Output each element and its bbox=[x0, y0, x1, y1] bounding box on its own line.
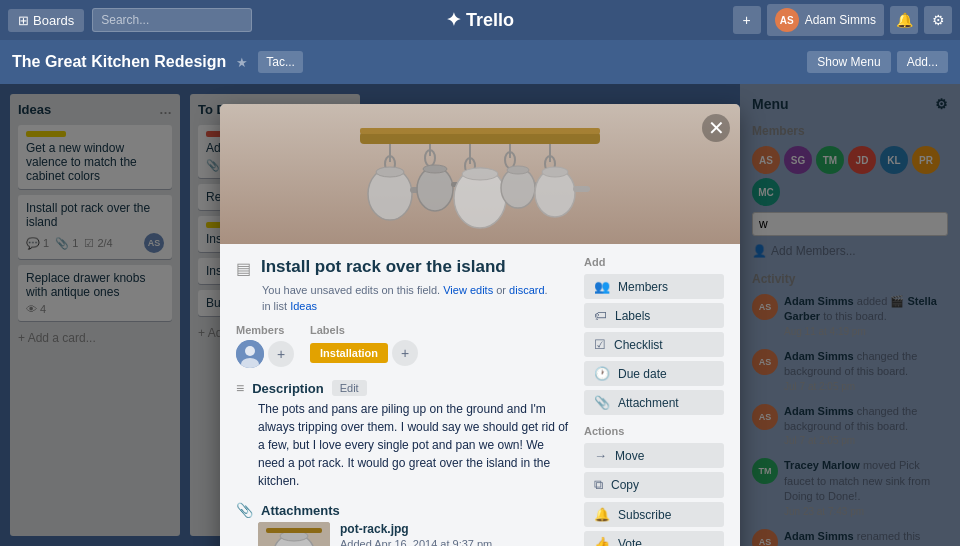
move-label: Move bbox=[615, 449, 644, 463]
actions-section: Actions → Move ⧉ Copy 🔔 Subs bbox=[584, 425, 724, 546]
modal-body: ▤ Install pot rack over the island You h… bbox=[220, 244, 740, 546]
members-field-label: Members bbox=[236, 324, 294, 336]
add-labels-label: Labels bbox=[615, 309, 650, 323]
members-icon: 👥 bbox=[594, 279, 610, 294]
show-menu-button[interactable]: Show Menu bbox=[807, 51, 890, 73]
add-member-button[interactable]: + bbox=[268, 341, 294, 367]
modal-fields-row: Members + bbox=[236, 324, 572, 368]
modal-close-button[interactable]: ✕ bbox=[702, 114, 730, 142]
description-section-row: ≡ Description Edit bbox=[236, 380, 572, 396]
attachments-title: Attachments bbox=[261, 503, 340, 518]
modal-labels-field: Labels Installation + bbox=[310, 324, 418, 368]
add-due-date-btn[interactable]: 🕐 Due date bbox=[584, 361, 724, 386]
svg-rect-26 bbox=[573, 186, 590, 192]
add-members-label: Members bbox=[618, 280, 668, 294]
view-edits-link[interactable]: View edits bbox=[443, 284, 493, 296]
add-label-button[interactable]: + bbox=[392, 340, 418, 366]
add-board-button[interactable]: + bbox=[733, 6, 761, 34]
attachment-thumbnail bbox=[258, 522, 330, 546]
modal-member-avatar-1[interactable] bbox=[236, 340, 264, 368]
modal-sidebar: Add 👥 Members 🏷 Labels ☑ Ch bbox=[584, 256, 724, 546]
description-icon: ≡ bbox=[236, 380, 244, 396]
notifications-button[interactable]: 🔔 bbox=[890, 6, 918, 34]
move-btn[interactable]: → Move bbox=[584, 443, 724, 468]
trello-logo: ✦ Trello bbox=[446, 9, 514, 31]
vote-label: Vote bbox=[618, 537, 642, 547]
modal-columns: ▤ Install pot rack over the island You h… bbox=[236, 256, 724, 546]
attach-modal-icon: 📎 bbox=[594, 395, 610, 410]
attachment-info: pot-rack.jpg Added Apr 16, 2014 at 9:37 … bbox=[340, 522, 531, 546]
subscribe-btn[interactable]: 🔔 Subscribe bbox=[584, 502, 724, 527]
copy-label: Copy bbox=[611, 478, 639, 492]
modal-member-avatars: + bbox=[236, 340, 294, 368]
actions-section-title: Actions bbox=[584, 425, 724, 437]
add-checklist-label: Checklist bbox=[614, 338, 663, 352]
board-title: The Great Kitchen Redesign bbox=[12, 53, 226, 71]
modal-main: ▤ Install pot rack over the island You h… bbox=[236, 256, 572, 546]
add-section: Add 👥 Members 🏷 Labels ☑ Ch bbox=[584, 256, 724, 415]
labels-row: Installation + bbox=[310, 340, 418, 366]
modal-list-ref: in list Ideas bbox=[262, 300, 572, 312]
search-input[interactable] bbox=[92, 8, 252, 32]
user-menu[interactable]: AS Adam Simms bbox=[767, 4, 884, 36]
add-members-btn[interactable]: 👥 Members bbox=[584, 274, 724, 299]
add-button[interactable]: Add... bbox=[897, 51, 948, 73]
subscribe-label: Subscribe bbox=[618, 508, 671, 522]
add-checklist-btn[interactable]: ☑ Checklist bbox=[584, 332, 724, 357]
boards-button[interactable]: ⊞ Boards bbox=[8, 9, 84, 32]
add-section-title: Add bbox=[584, 256, 724, 268]
vote-icon: 👍 bbox=[594, 536, 610, 546]
copy-icon: ⧉ bbox=[594, 477, 603, 493]
svg-point-19 bbox=[462, 168, 498, 180]
avatar: AS bbox=[775, 8, 799, 32]
svg-rect-1 bbox=[360, 128, 600, 134]
team-button[interactable]: Tac... bbox=[258, 51, 303, 73]
card-icon: ▤ bbox=[236, 259, 251, 278]
add-attachment-modal-btn[interactable]: 📎 Attachment bbox=[584, 390, 724, 415]
modal-header-image: ✕ bbox=[220, 104, 740, 244]
attachment-name: pot-rack.jpg bbox=[340, 522, 531, 536]
modal-title: Install pot rack over the island bbox=[261, 256, 506, 278]
installation-label[interactable]: Installation bbox=[310, 343, 388, 363]
svg-point-16 bbox=[423, 165, 447, 173]
checklist-icon: ☑ bbox=[594, 337, 606, 352]
attachment-item: pot-rack.jpg Added Apr 16, 2014 at 9:37 … bbox=[258, 522, 572, 546]
card-modal: ✕ ▤ Install pot rack over the island You… bbox=[220, 104, 740, 546]
settings-button[interactable]: ⚙ bbox=[924, 6, 952, 34]
pots-svg bbox=[350, 114, 610, 234]
labels-field-label: Labels bbox=[310, 324, 418, 336]
list-link[interactable]: Ideas bbox=[290, 300, 317, 312]
discard-link[interactable]: discard bbox=[509, 284, 544, 296]
separator: ★ bbox=[236, 55, 248, 70]
board-header: The Great Kitchen Redesign ★ Tac... Show… bbox=[0, 40, 960, 84]
home-icon: ⊞ bbox=[18, 13, 29, 28]
add-labels-btn[interactable]: 🏷 Labels bbox=[584, 303, 724, 328]
main-area: Ideas … Get a new window valence to matc… bbox=[0, 84, 960, 546]
modal-members-field: Members + bbox=[236, 324, 294, 368]
svg-rect-33 bbox=[266, 528, 322, 533]
topbar: ⊞ Boards ✦ Trello + AS Adam Simms 🔔 ⚙ bbox=[0, 0, 960, 40]
subscribe-icon: 🔔 bbox=[594, 507, 610, 522]
description-text: The pots and pans are piling up on the g… bbox=[258, 400, 572, 490]
duedate-icon: 🕐 bbox=[594, 366, 610, 381]
unsaved-notice: You have unsaved edits on this field. Vi… bbox=[262, 284, 572, 296]
add-attachment-modal-label: Attachment bbox=[618, 396, 679, 410]
topbar-right: + AS Adam Simms 🔔 ⚙ bbox=[733, 4, 952, 36]
edit-description-button[interactable]: Edit bbox=[332, 380, 367, 396]
svg-point-25 bbox=[542, 167, 568, 177]
move-icon: → bbox=[594, 448, 607, 463]
svg-point-22 bbox=[507, 166, 529, 174]
modal-overlay: ✕ ▤ Install pot rack over the island You… bbox=[0, 84, 960, 546]
board-header-right: Show Menu Add... bbox=[807, 51, 948, 73]
attachment-thumb-svg bbox=[258, 522, 330, 546]
modal-title-row: ▤ Install pot rack over the island bbox=[236, 256, 572, 278]
attachment-date: Added Apr 16, 2014 at 9:37 pm bbox=[340, 538, 531, 546]
user-name: Adam Simms bbox=[805, 13, 876, 27]
add-duedate-label: Due date bbox=[618, 367, 667, 381]
attachment-section-icon: 📎 bbox=[236, 502, 253, 518]
vote-btn[interactable]: 👍 Vote bbox=[584, 531, 724, 546]
svg-point-13 bbox=[376, 167, 404, 177]
svg-point-15 bbox=[417, 167, 453, 211]
copy-btn[interactable]: ⧉ Copy bbox=[584, 472, 724, 498]
labels-icon: 🏷 bbox=[594, 308, 607, 323]
